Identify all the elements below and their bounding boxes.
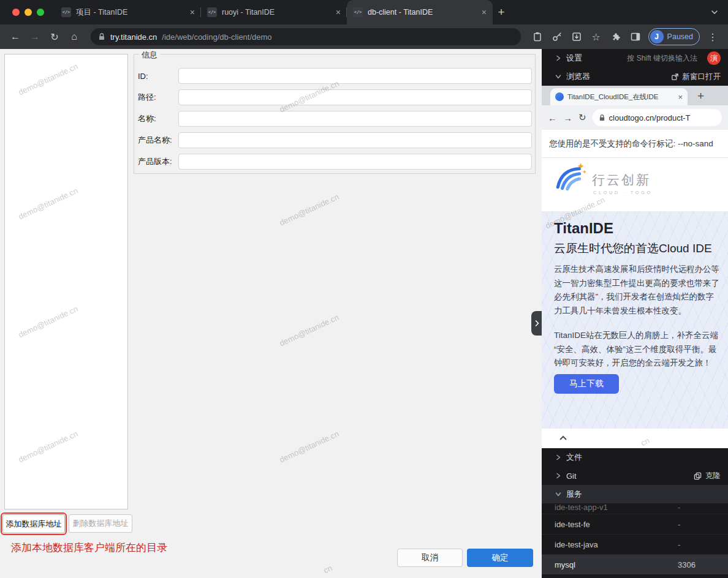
lock-icon (599, 114, 605, 122)
database-list-panel[interactable] (4, 54, 128, 509)
sidebar-item-browser[interactable]: 浏览器 新窗口打开 (542, 67, 728, 86)
unsupported-flag-warning: 您使用的是不受支持的命令行标记: --no-sand (542, 130, 728, 158)
chevron-up-icon (559, 434, 567, 441)
embedded-new-tab-button[interactable]: + (697, 89, 704, 103)
service-port: - (678, 503, 680, 512)
demo-badge[interactable]: 演 (707, 51, 721, 65)
chevron-down-icon (555, 491, 561, 497)
close-icon[interactable]: × (678, 92, 683, 102)
close-icon[interactable]: × (190, 7, 195, 17)
address-bar[interactable]: try.titanide.cn/ide/web/coding/db-client… (91, 28, 521, 45)
delete-database-button[interactable]: 删除数据库地址 (69, 514, 132, 533)
embedded-navbar: ← → ↻ cloudtogo.cn/product-T (542, 105, 728, 130)
new-tab-button[interactable]: + (493, 0, 510, 24)
service-port: 3306 (678, 560, 696, 569)
clone-icon (694, 472, 702, 480)
reload-button[interactable]: ↻ (47, 29, 63, 45)
embedded-url: cloudtogo.cn/product-T (609, 113, 691, 122)
brand-subtitle: CLOUD · TOGO (593, 190, 653, 195)
id-label: ID: (138, 72, 178, 81)
brand-name: 行云创新 (592, 171, 651, 189)
name-label: 名称: (138, 113, 178, 124)
download-button[interactable]: 马上下载 (554, 374, 619, 394)
form-row: ID: (138, 68, 532, 84)
service-row-mysql[interactable]: mysql 3306 (542, 554, 728, 574)
sidebar-item-settings[interactable]: 设置 按 Shift 键切换输入法 演 (542, 49, 728, 67)
embedded-address-bar[interactable]: cloudtogo.cn/product-T (593, 109, 722, 126)
chevron-right-icon (534, 320, 539, 327)
product-name-field[interactable] (178, 132, 532, 148)
hero-subtitle: 云原生时代您的首选Cloud IDE (554, 241, 712, 257)
service-name: ide-test-fe (555, 520, 590, 529)
back-button[interactable]: ← (548, 113, 557, 123)
open-external-icon (671, 73, 679, 81)
close-window-button[interactable] (12, 9, 20, 16)
service-name: ide-test-java (555, 540, 598, 549)
zoom-window-button[interactable] (37, 9, 44, 16)
forward-button[interactable]: → (27, 29, 43, 45)
reload-button[interactable]: ↻ (578, 112, 586, 123)
close-icon[interactable]: × (336, 7, 341, 17)
tab-project[interactable]: </> 项目 - TitanIDE × (55, 0, 201, 24)
cloudtogo-logo-icon (552, 160, 587, 196)
fieldset-legend: 信息 (139, 50, 160, 61)
services-label: 服务 (566, 489, 582, 500)
bookmark-star-icon[interactable]: ☆ (588, 29, 604, 45)
back-button[interactable]: ← (7, 29, 23, 45)
browser-window: </> 项目 - TitanIDE × </> ruoyi - TitanIDE… (0, 0, 728, 578)
page-section-partial (542, 429, 728, 448)
key-icon[interactable] (549, 29, 565, 45)
browser-toolbar: ← → ↻ ⌂ try.titanide.cn/ide/web/coding/d… (0, 24, 728, 49)
menu-kebab-icon[interactable]: ⋮ (705, 29, 721, 45)
service-row[interactable]: ide-test-java - (542, 534, 728, 554)
titanide-favicon: </> (353, 7, 363, 17)
embedded-tab[interactable]: TitanIDE_CloudIDE_在线IDE × (550, 88, 688, 105)
id-field[interactable] (178, 68, 532, 84)
name-field[interactable] (178, 111, 532, 127)
product-version-field[interactable] (178, 154, 532, 170)
side-panel-icon[interactable] (628, 29, 643, 45)
hero-paragraph-1: 云原生技术高速发展和后疫情时代远程办公等 这一智力密集型工作提出更高的要求也带来… (554, 263, 728, 318)
url-host: try.titanide.cn (110, 32, 157, 42)
open-new-window-button[interactable]: 新窗口打开 (671, 72, 721, 82)
minimize-window-button[interactable] (25, 9, 32, 16)
product-version-label: 产品版本: (138, 156, 178, 167)
sidebar-item-git[interactable]: Git 克隆 (542, 467, 728, 485)
info-fieldset: 信息 ID: 路径: 名称: 产品名称: 产品版本 (134, 54, 536, 174)
sidebar-item-files[interactable]: 文件 (542, 448, 728, 467)
git-clone-button[interactable]: 克隆 (694, 471, 721, 481)
extensions-puzzle-icon[interactable] (608, 29, 624, 45)
page-content: 信息 ID: 路径: 名称: 产品名称: 产品版本 (0, 49, 728, 578)
service-row[interactable]: ide-test-fe - (542, 514, 728, 534)
avatar: J (650, 30, 664, 43)
product-name-label: 产品名称: (138, 135, 178, 146)
form-row: 产品版本: (138, 154, 532, 170)
add-database-button[interactable]: 添加数据库地址 (2, 514, 65, 533)
service-name: mysql (555, 560, 575, 569)
form-row: 路径: (138, 89, 532, 105)
hero-paragraph-2: TitanIDE站在无数巨人的肩膀上，补齐全云端 “安全、高效、体验”这三个维度… (554, 329, 728, 370)
tab-ruoyi[interactable]: </> ruoyi - TitanIDE × (201, 0, 347, 24)
browser-label: 浏览器 (566, 71, 590, 82)
cancel-button[interactable]: 取消 (397, 549, 463, 567)
close-icon[interactable]: × (482, 7, 487, 17)
chevron-right-icon (555, 454, 561, 460)
tab-db-client-active[interactable]: </> db-client - TitanIDE × (347, 0, 493, 24)
chevron-down-icon (711, 9, 718, 16)
path-label: 路径: (138, 92, 178, 103)
home-button[interactable]: ⌂ (66, 29, 82, 45)
tab-search-button[interactable] (711, 0, 728, 24)
profile-chip[interactable]: J Paused (648, 28, 700, 45)
service-row[interactable]: ide-test-app-v1 - (542, 500, 728, 514)
form-row: 产品名称: (138, 132, 532, 148)
service-port: - (678, 540, 680, 549)
service-name: ide-test-app-v1 (555, 503, 608, 512)
download-icon[interactable] (569, 29, 585, 45)
panel-expand-handle[interactable] (531, 311, 542, 336)
confirm-button[interactable]: 确定 (467, 549, 533, 567)
path-field[interactable] (178, 89, 532, 105)
clipboard-icon[interactable] (529, 29, 545, 45)
settings-label: 设置 (566, 53, 582, 64)
forward-button[interactable]: → (563, 113, 572, 123)
ide-sidebar: 设置 按 Shift 键切换输入法 演 浏览器 新窗口打开 TitanIDE_C… (542, 49, 728, 578)
